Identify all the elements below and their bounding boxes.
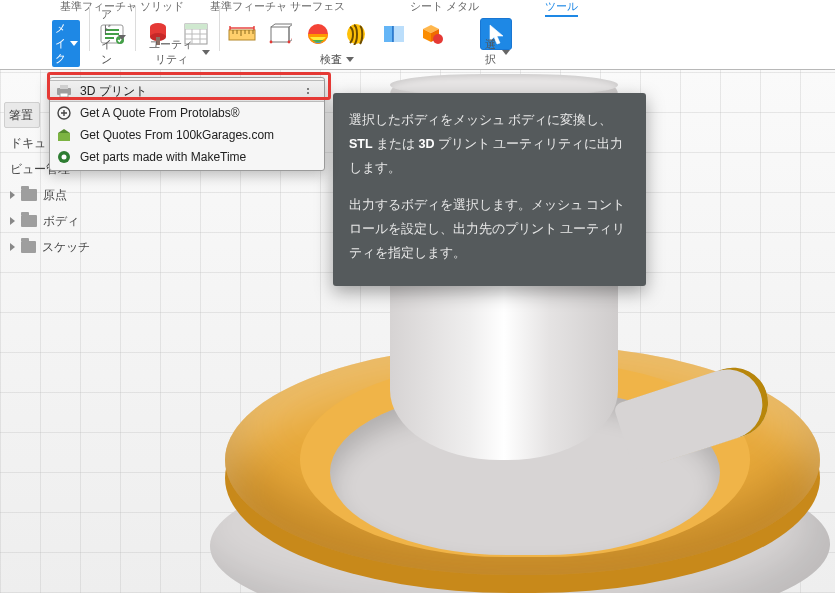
inspect-dropdown[interactable]: 検査 <box>228 52 446 67</box>
addins-label: アドイン <box>98 7 114 67</box>
more-options-icon[interactable]: ⋮ <box>301 85 316 101</box>
inspect-label: 検査 <box>320 52 342 67</box>
tooltip-text: 選択したボディをメッシュ ボディに変換し、 <box>349 113 612 127</box>
zebra-icon <box>346 23 366 45</box>
ribbon-group-addins: アドイン <box>92 0 132 69</box>
caret-down-icon <box>346 57 354 62</box>
tab-tools[interactable]: ツール <box>545 0 578 17</box>
interference-button[interactable] <box>416 18 448 50</box>
bounding-box-icon <box>268 23 292 45</box>
svg-point-14 <box>288 41 291 44</box>
tooltip-bold-3d: 3D <box>419 137 435 151</box>
ribbon-group-make: メイク <box>46 0 86 69</box>
ruler-icon <box>228 26 256 42</box>
zebra-button[interactable] <box>340 18 372 50</box>
svg-rect-10 <box>185 24 207 29</box>
section-analysis-icon <box>382 23 406 45</box>
inspect-box-button[interactable] <box>264 18 296 50</box>
garages-icon <box>56 127 72 143</box>
tooltip-text: または <box>373 137 419 151</box>
folder-icon <box>21 215 37 227</box>
caret-down-icon <box>502 50 510 55</box>
menu-item-maketime[interactable]: Get parts made with MakeTime <box>50 146 324 168</box>
select-dropdown[interactable]: 選択 <box>482 37 510 67</box>
menu-item-protolabs-label: Get A Quote From Protolabs® <box>80 106 240 120</box>
utility-dropdown[interactable]: ユーティリティ <box>144 37 210 67</box>
svg-rect-18 <box>384 26 393 42</box>
tooltip-3d-print: 選択したボディをメッシュ ボディに変換し、STL または 3D プリント ユーテ… <box>333 93 646 286</box>
menu-item-maketime-label: Get parts made with MakeTime <box>80 150 246 164</box>
menu-item-100kgarages[interactable]: Get Quotes From 100kGarages.com <box>50 124 324 146</box>
protolabs-icon <box>56 105 72 121</box>
menu-item-protolabs[interactable]: Get A Quote From Protolabs® <box>50 102 324 124</box>
menu-item-100kgarages-label: Get Quotes From 100kGarages.com <box>80 128 274 142</box>
browser-header-label: 箸置 <box>9 107 33 124</box>
triangle-collapsed-icon <box>10 243 15 251</box>
interference-icon <box>419 23 445 45</box>
triangle-collapsed-icon <box>10 191 15 199</box>
caret-down-icon <box>202 50 210 55</box>
addins-dropdown[interactable]: アドイン <box>98 7 126 67</box>
section-button[interactable] <box>378 18 410 50</box>
printer-icon <box>56 83 72 99</box>
folder-icon <box>21 241 36 253</box>
svg-rect-25 <box>58 133 70 141</box>
svg-point-13 <box>270 41 273 44</box>
browser-row-bodies[interactable]: ボディ <box>0 208 96 234</box>
rainbow-sphere-icon <box>306 23 330 45</box>
browser-row-sketch[interactable]: スケッチ <box>0 234 96 260</box>
browser-origin-label: 原点 <box>43 187 67 204</box>
menu-item-3d-print-label: 3D プリント <box>80 83 147 100</box>
make-menu: 3D プリント ⋮ Get A Quote From Protolabs® Ge… <box>49 77 325 171</box>
svg-point-20 <box>433 34 443 44</box>
svg-rect-23 <box>60 93 68 97</box>
tooltip-bold-stl: STL <box>349 137 373 151</box>
caret-down-icon <box>118 35 126 40</box>
browser-bodies-label: ボディ <box>43 213 79 230</box>
tooltip-line1: 選択したボディをメッシュ ボディに変換し、STL または 3D プリント ユーテ… <box>349 109 630 180</box>
svg-point-27 <box>62 155 67 160</box>
maketime-icon <box>56 149 72 165</box>
make-label: メイク <box>55 21 66 66</box>
browser-header[interactable]: 箸置 <box>4 102 40 128</box>
model-preview <box>180 250 835 593</box>
utility-label: ユーティリティ <box>144 37 198 67</box>
measure-button[interactable] <box>226 18 258 50</box>
browser-docset-label: ドキュ <box>10 135 46 152</box>
tooltip-line2: 出力するボディを選択します。メッシュ コントロールを設定し、出力先のプリント ユ… <box>349 194 630 265</box>
browser-sketch-label: スケッチ <box>42 239 90 256</box>
select-label: 選択 <box>482 37 498 67</box>
folder-icon <box>21 189 37 201</box>
ribbon-group-select: 選択 <box>476 0 516 69</box>
menu-item-3d-print[interactable]: 3D プリント ⋮ <box>50 80 324 102</box>
caret-down-icon <box>70 41 78 46</box>
svg-rect-22 <box>60 85 68 89</box>
ribbon-toolbar: 基準フィーチャ ソリッド 基準フィーチャ サーフェス シート メタル ツール メ… <box>0 0 835 70</box>
browser-row-origin[interactable]: 原点 <box>0 182 96 208</box>
triangle-collapsed-icon <box>10 217 15 225</box>
ribbon-group-inspect: 検査 <box>222 0 452 69</box>
ribbon-group-utility: ユーティリティ <box>138 0 216 69</box>
make-dropdown[interactable]: メイク <box>52 20 80 67</box>
svg-rect-19 <box>393 26 404 42</box>
svg-rect-12 <box>271 27 289 42</box>
curvature-button[interactable] <box>302 18 334 50</box>
